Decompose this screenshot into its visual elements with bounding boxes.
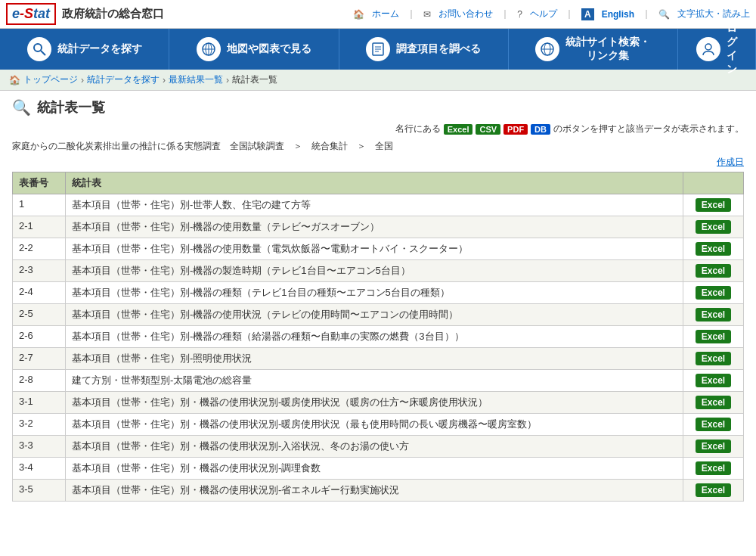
table-row: 3-2基本項目（世帯・住宅）別・機器の使用状況別-暖房使用状況（最も使用時間の長… (13, 414, 744, 436)
cell-num: 3-2 (13, 414, 66, 436)
cell-num: 2-5 (13, 304, 66, 326)
cell-num: 2-7 (13, 348, 66, 370)
cell-title: 基本項目（世帯・住宅）別-機器の使用数量（電気炊飯器〜電動オートバイ・スクーター… (66, 238, 683, 260)
text-size-icon: 🔍 (658, 9, 670, 20)
cell-btn: Excel (683, 458, 744, 480)
cell-title: 基本項目（世帯・住宅）別・機器の使用状況別-入浴状況、冬のお湯の使い方 (66, 436, 683, 458)
cell-num: 2-1 (13, 216, 66, 238)
excel-button[interactable]: Excel (696, 330, 731, 343)
excel-button[interactable]: Excel (696, 264, 731, 278)
nav-map[interactable]: 地図や図表で見る (169, 29, 339, 70)
bc-latest[interactable]: 最新結果一覧 (169, 73, 223, 86)
excel-button[interactable]: Excel (696, 352, 731, 365)
excel-button[interactable]: Excel (696, 198, 731, 212)
enlarge-link[interactable]: 文字拡大・読み上 (677, 8, 750, 20)
help-link[interactable]: ヘルプ (530, 8, 557, 20)
table-row: 3-5基本項目（世帯・住宅）別・機器の使用状況別-省エネルギー行動実施状況Exc… (13, 480, 744, 502)
cell-num: 2-6 (13, 326, 66, 348)
data-path: 家庭からの二酸化炭素排出量の推計に係る実態調査 全国試験調査 ＞ 統合集計 ＞ … (12, 140, 744, 153)
excel-button[interactable]: Excel (696, 286, 731, 300)
nav-search[interactable]: 統計データを探す (0, 29, 169, 70)
cell-title: 建て方別・世帯類型別-太陽電池の総容量 (66, 370, 683, 392)
svg-line-1 (41, 51, 45, 55)
table-row: 2-1基本項目（世帯・住宅）別-機器の使用数量（テレビ〜ガスオーブン）Excel (13, 216, 744, 238)
nav-survey[interactable]: 調査項目を調べる (339, 29, 509, 70)
top-nav: 🏠 ホーム ｜ ✉ お問い合わせ ｜ ? ヘルプ ｜ A English ｜ 🔍… (353, 8, 750, 20)
bc-current: 統計表一覧 (232, 73, 277, 86)
stats-table: 表番号 統計表 1基本項目（世帯・住宅）別-世帯人数、住宅の建て方等Excel2… (12, 172, 744, 502)
excel-button[interactable]: Excel (696, 374, 731, 387)
english-icon: A (581, 8, 594, 20)
cell-num: 3-3 (13, 436, 66, 458)
nav-login[interactable]: ログイン (678, 29, 756, 70)
header-title: 統計表 (66, 172, 683, 194)
cell-btn: Excel (683, 304, 744, 326)
nav-links[interactable]: 統計サイト検索・ リンク集 (509, 29, 678, 70)
contact-link[interactable]: お問い合わせ (438, 8, 493, 20)
user-icon (696, 37, 720, 61)
cell-num: 2-4 (13, 282, 66, 304)
cell-btn: Excel (683, 392, 744, 414)
cell-btn: Excel (683, 480, 744, 502)
search-icon (27, 37, 51, 61)
badge-csv[interactable]: CSV (476, 124, 500, 135)
doc-icon (366, 37, 390, 61)
cell-btn: Excel (683, 260, 744, 282)
table-body: 1基本項目（世帯・住宅）別-世帯人数、住宅の建て方等Excel2-1基本項目（世… (13, 194, 744, 502)
cell-btn: Excel (683, 194, 744, 216)
logo: e-Stat (6, 3, 56, 25)
bc-top[interactable]: トップページ (23, 73, 78, 86)
cell-num: 2-8 (13, 370, 66, 392)
cell-num: 2-3 (13, 260, 66, 282)
cell-btn: Excel (683, 348, 744, 370)
cell-title: 基本項目（世帯・住宅）別・機器の使用状況別-省エネルギー行動実施状況 (66, 480, 683, 502)
cell-btn: Excel (683, 216, 744, 238)
cell-title: 基本項目（世帯・住宅）別・機器の使用状況別-調理食数 (66, 458, 683, 480)
table-row: 2-7基本項目（世帯・住宅）別-照明使用状況Excel (13, 348, 744, 370)
table-row: 3-4基本項目（世帯・住宅）別・機器の使用状況別-調理食数Excel (13, 458, 744, 480)
header-btn (683, 172, 744, 194)
top-header: e-Stat 政府統計の総合窓口 🏠 ホーム ｜ ✉ お問い合わせ ｜ ? ヘル… (0, 0, 756, 29)
excel-button[interactable]: Excel (696, 242, 731, 256)
cell-title: 基本項目（世帯・住宅）別-機器の製造時期（テレビ1台目〜エアコン5台目） (66, 260, 683, 282)
bc-search[interactable]: 統計データを探す (87, 73, 160, 86)
info-suffix: のボタンを押すと該当データが表示されます。 (553, 123, 744, 135)
page-title-icon: 🔍 (12, 98, 31, 116)
excel-button[interactable]: Excel (696, 483, 731, 497)
badge-excel[interactable]: Excel (444, 124, 473, 135)
create-link-area[interactable]: 作成日 (12, 156, 744, 169)
info-prefix: 名行にある (395, 123, 441, 135)
cell-title: 基本項目（世帯・住宅）別-機器の種類（給湯器の種類〜自動車の実際の燃費（3台目）… (66, 326, 683, 348)
table-row: 1基本項目（世帯・住宅）別-世帯人数、住宅の建て方等Excel (13, 194, 744, 216)
excel-button[interactable]: Excel (696, 440, 731, 453)
main-nav: 統計データを探す 地図や図表で見る 調査項目を調べる 統計サイト検索・ リンク集… (0, 29, 756, 70)
page-title-area: 🔍 統計表一覧 (12, 98, 744, 116)
cell-btn: Excel (683, 436, 744, 458)
home-icon-small: 🏠 (9, 75, 20, 85)
cell-num: 2-2 (13, 238, 66, 260)
header-num: 表番号 (13, 172, 66, 194)
table-row: 2-2基本項目（世帯・住宅）別-機器の使用数量（電気炊飯器〜電動オートバイ・スク… (13, 238, 744, 260)
cell-title: 基本項目（世帯・住宅）別-世帯人数、住宅の建て方等 (66, 194, 683, 216)
excel-button[interactable]: Excel (696, 396, 731, 409)
badge-pdf[interactable]: PDF (503, 124, 528, 135)
excel-button[interactable]: Excel (696, 461, 731, 475)
excel-button[interactable]: Excel (696, 220, 731, 234)
map-icon (197, 37, 221, 61)
page-content: 🔍 統計表一覧 名行にある Excel CSV PDF DB のボタンを押すと該… (0, 91, 756, 509)
page-title: 統計表一覧 (37, 98, 105, 116)
home-link[interactable]: ホーム (372, 8, 399, 20)
table-row: 2-4基本項目（世帯・住宅）別-機器の種類（テレビ1台目の種類〜エアコン5台目の… (13, 282, 744, 304)
cell-btn: Excel (683, 238, 744, 260)
cell-title: 基本項目（世帯・住宅）別・機器の使用状況別-暖房使用状況（暖房の仕方〜床暖房使用… (66, 392, 683, 414)
table-header-row: 表番号 統計表 (13, 172, 744, 194)
cell-num: 1 (13, 194, 66, 216)
excel-button[interactable]: Excel (696, 308, 731, 321)
english-link[interactable]: English (602, 9, 634, 20)
excel-button[interactable]: Excel (696, 418, 731, 431)
cell-title: 基本項目（世帯・住宅）別・機器の使用状況別-暖房使用状況（最も使用時間の長い暖房… (66, 414, 683, 436)
badge-db[interactable]: DB (531, 124, 550, 135)
table-row: 2-8建て方別・世帯類型別-太陽電池の総容量Excel (13, 370, 744, 392)
cell-num: 3-1 (13, 392, 66, 414)
cell-title: 基本項目（世帯・住宅）別-照明使用状況 (66, 348, 683, 370)
